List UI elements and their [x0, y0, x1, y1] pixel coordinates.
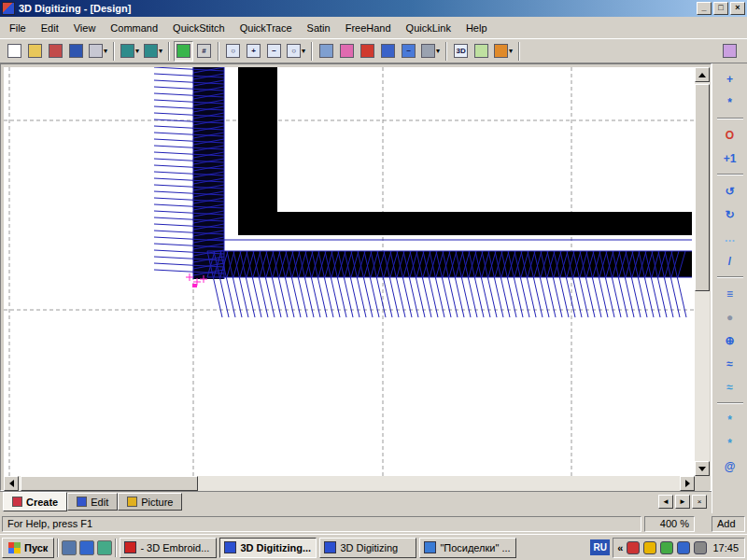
columns-icon[interactable]: ≡	[717, 283, 743, 304]
quicklaunch-internet-icon[interactable]	[79, 540, 94, 555]
scissors-button[interactable]: ▾	[419, 41, 442, 62]
horizontal-scroll-thumb[interactable]	[21, 476, 198, 491]
plus-one-icon[interactable]: +1	[717, 147, 743, 169]
crystal-icon[interactable]: *	[717, 432, 743, 454]
new-button[interactable]	[5, 41, 24, 62]
system-tray: « 17:45	[613, 538, 745, 558]
dropdown-arrow-icon[interactable]: ▾	[104, 47, 107, 55]
redo-button[interactable]: ▾	[142, 41, 164, 62]
tab-create[interactable]: Create	[3, 492, 67, 511]
task-button[interactable]: 3D Digitizing...	[219, 538, 317, 558]
paint-button[interactable]: ▾	[492, 41, 514, 62]
task-button[interactable]: 3D Digitizing	[319, 538, 416, 558]
curve-button[interactable]: ~	[399, 41, 418, 62]
menu-edit[interactable]: Edit	[34, 19, 66, 37]
right-toolbar: +*O+1↺↻…/≡●⊕≈≈**@	[712, 63, 747, 513]
menu-command[interactable]: Command	[103, 19, 165, 37]
horizontal-scrollbar[interactable]	[4, 476, 695, 491]
minimize-button[interactable]: _	[697, 2, 712, 15]
undo-button[interactable]: ▾	[119, 41, 141, 62]
tab-close-button[interactable]: ×	[692, 495, 707, 509]
open-button[interactable]	[25, 41, 45, 62]
three-d-button[interactable]: 3D	[451, 41, 471, 62]
task-button[interactable]: - 3D Embroid...	[120, 538, 217, 558]
taskbar-clock: 17:45	[711, 542, 740, 553]
menu-file[interactable]: File	[2, 19, 34, 37]
repeat-icon[interactable]: ↻	[717, 203, 743, 225]
dropdown-arrow-icon[interactable]: ▾	[302, 47, 305, 55]
tab-scroll-left-button[interactable]: ◄	[658, 495, 673, 509]
rotate-icon[interactable]: ↺	[717, 180, 743, 202]
dropdown-arrow-icon[interactable]: ▾	[509, 47, 513, 55]
tab-scroll-right-button[interactable]: ►	[675, 495, 690, 509]
dropdown-arrow-icon[interactable]: ▾	[436, 47, 440, 55]
quicklaunch-player-icon[interactable]	[97, 540, 112, 555]
tab-picture[interactable]: Picture	[118, 493, 182, 511]
donut-button[interactable]	[358, 41, 377, 62]
design-canvas[interactable]	[4, 67, 695, 476]
view-tab-bar: CreateEditPicture ◄►×	[0, 491, 712, 513]
arrow-down-icon	[698, 467, 706, 471]
panel-separator	[717, 118, 743, 119]
menu-quicktrace[interactable]: QuickTrace	[233, 19, 300, 37]
vertical-scrollbar[interactable]	[695, 67, 710, 476]
close-button[interactable]: ×	[730, 2, 745, 15]
realistic-view-button[interactable]	[174, 41, 193, 62]
dropdown-arrow-icon[interactable]: ▾	[135, 47, 139, 55]
print-button[interactable]: ▾	[87, 41, 109, 62]
comment-icon[interactable]: …	[717, 227, 743, 248]
quicklaunch-show-desktop-icon[interactable]	[62, 540, 77, 555]
select-circle-icon[interactable]: *	[717, 91, 743, 113]
ripple-icon[interactable]: ≈	[717, 376, 743, 398]
task-button[interactable]: "Посиделки" ...	[419, 538, 516, 558]
taskbar-divider	[115, 539, 117, 557]
toolbar-separator	[311, 42, 313, 61]
menu-quickstitch[interactable]: QuickStitch	[165, 19, 233, 37]
menu-view[interactable]: View	[66, 19, 104, 37]
film-button[interactable]	[720, 41, 740, 62]
zoom-in-button[interactable]: +	[244, 41, 263, 62]
task-label: - 3D Embroid...	[140, 542, 209, 553]
tab-edit[interactable]: Edit	[67, 493, 118, 511]
maximize-button[interactable]: □	[713, 2, 728, 15]
save-button[interactable]	[66, 41, 86, 62]
design-board-button[interactable]	[317, 41, 336, 62]
save-icon	[69, 44, 83, 58]
tray-volume-icon[interactable]	[694, 541, 707, 554]
vertical-scroll-thumb[interactable]	[695, 84, 710, 291]
app-icon[interactable]	[2, 2, 15, 15]
cut-button[interactable]	[46, 41, 65, 62]
zoom-out-button[interactable]: −	[264, 41, 284, 62]
flower-button[interactable]	[337, 41, 357, 62]
tray-network-icon[interactable]	[677, 541, 690, 554]
wave-icon[interactable]: ≈	[717, 353, 743, 374]
snowflake-icon[interactable]: *	[717, 409, 743, 430]
dashed-line-icon[interactable]: /	[717, 250, 743, 272]
tray-messenger-icon[interactable]	[643, 541, 656, 554]
language-indicator[interactable]: RU	[590, 539, 610, 555]
sphere-icon[interactable]: ●	[717, 306, 743, 328]
scroll-down-button[interactable]	[695, 461, 710, 476]
grid-button[interactable]: #	[194, 41, 214, 62]
zoom-all-button[interactable]: ○▾	[285, 41, 307, 62]
tab-label: Create	[26, 497, 58, 508]
menu-satin[interactable]: Satin	[300, 19, 338, 37]
scroll-right-button[interactable]	[680, 476, 695, 491]
start-button[interactable]: Пуск	[2, 538, 54, 558]
swirl-icon[interactable]: @	[717, 455, 743, 477]
picture-button[interactable]	[472, 41, 491, 62]
zoom-box-button[interactable]: ○	[223, 41, 243, 62]
menu-quicklink[interactable]: QuickLink	[399, 19, 458, 37]
add-circle-icon[interactable]: +	[717, 68, 743, 90]
menu-freehand[interactable]: FreeHand	[338, 19, 399, 37]
tray-agent-icon[interactable]	[660, 541, 673, 554]
globe-icon[interactable]: ⊕	[717, 329, 743, 351]
menu-help[interactable]: Help	[458, 19, 495, 37]
tray-overflow-button[interactable]: «	[617, 542, 623, 553]
tray-antivirus-icon[interactable]	[627, 541, 640, 554]
scroll-left-button[interactable]	[4, 476, 19, 491]
hoop-button[interactable]	[378, 41, 398, 62]
red-ring-icon[interactable]: O	[717, 124, 743, 146]
dropdown-arrow-icon[interactable]: ▾	[159, 47, 162, 55]
scroll-up-button[interactable]	[695, 67, 710, 82]
